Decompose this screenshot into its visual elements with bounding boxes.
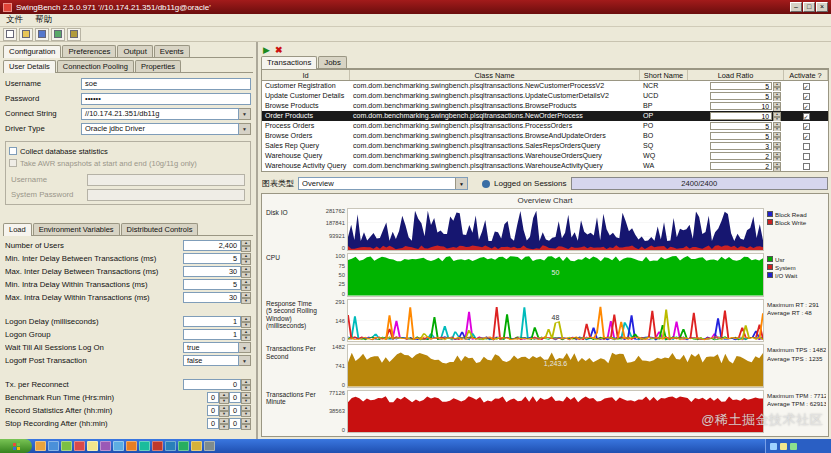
- subtab-user-details[interactable]: User Details: [3, 60, 56, 73]
- checkbox-icon[interactable]: [803, 163, 810, 170]
- spinner-buttons[interactable]: ▲▼: [219, 418, 229, 429]
- load-ratio-value[interactable]: 2: [710, 162, 772, 170]
- start-benchmark-icon[interactable]: ▶: [263, 45, 270, 55]
- field-system-password[interactable]: [87, 189, 245, 201]
- load-ratio-spinner[interactable]: 2▲▼: [688, 151, 784, 161]
- loadtab-environment-variables[interactable]: Environment Variables: [33, 223, 120, 235]
- tray-icon[interactable]: [790, 443, 797, 450]
- spinner-buttons[interactable]: ▲▼: [241, 405, 251, 416]
- title-bar[interactable]: SwingBench 2.5.0.971 '//10.174.21.351/db…: [0, 0, 831, 14]
- field-record-statistics-after-hh-min[interactable]: 0: [229, 405, 241, 416]
- checkbox-icon[interactable]: [9, 147, 17, 155]
- spinner-buttons[interactable]: ▲▼: [773, 152, 781, 160]
- tab-transactions[interactable]: Transactions: [261, 56, 317, 69]
- load-ratio-spinner[interactable]: 5▲▼: [688, 131, 784, 141]
- spinner-down-icon[interactable]: ▼: [241, 322, 251, 328]
- taskbar-icon[interactable]: [48, 441, 59, 451]
- taskbar-icon[interactable]: [165, 441, 176, 451]
- subtab-properties[interactable]: Properties: [135, 60, 181, 72]
- table-row[interactable]: Sales Rep Querycom.dom.benchmarking.swin…: [262, 141, 828, 151]
- field-username[interactable]: [87, 174, 245, 186]
- field-max-intra-delay-within-transactions-ms[interactable]: 30: [183, 292, 241, 303]
- spinner-buttons[interactable]: ▲▼: [773, 142, 781, 150]
- chevron-down-icon[interactable]: ▼: [239, 342, 251, 353]
- taskbar-icon[interactable]: [126, 441, 137, 451]
- field-tx-per-reconnect[interactable]: 0: [183, 379, 241, 390]
- taskbar-icon[interactable]: [191, 441, 202, 451]
- tab-output[interactable]: Output: [117, 45, 152, 57]
- spinner-buttons[interactable]: ▲▼: [773, 162, 781, 170]
- spinner-down-icon[interactable]: ▼: [219, 424, 229, 430]
- spinner-down-icon[interactable]: ▼: [241, 298, 251, 304]
- spinner-buttons[interactable]: ▲▼: [773, 82, 781, 90]
- field-record-statistics-after-hh-min[interactable]: 0: [207, 405, 219, 416]
- subtab-connection-pooling[interactable]: Connection Pooling: [57, 60, 134, 72]
- field-wait-till-all-sessions-log-on[interactable]: true: [183, 342, 239, 353]
- spinner-down-icon[interactable]: ▼: [241, 411, 251, 417]
- table-row[interactable]: Browse Orderscom.dom.benchmarking.swingb…: [262, 131, 828, 141]
- stop-benchmark-icon[interactable]: ✖: [275, 45, 283, 55]
- spinner-buttons[interactable]: ▲▼: [241, 392, 251, 403]
- activate-checkbox[interactable]: [784, 161, 828, 171]
- tab-configuration[interactable]: Configuration: [3, 45, 61, 58]
- field-username[interactable]: soe: [81, 78, 251, 90]
- checkbox-icon[interactable]: [803, 143, 810, 150]
- spinner-buttons[interactable]: ▲▼: [241, 240, 251, 251]
- spinner-down-icon[interactable]: ▼: [241, 335, 251, 341]
- table-row[interactable]: Process Orderscom.dom.benchmarking.swing…: [262, 121, 828, 131]
- chevron-down-icon[interactable]: ▼: [455, 178, 467, 189]
- checkbox-icon[interactable]: ✓: [803, 123, 810, 130]
- checkbox-icon[interactable]: ✓: [803, 83, 810, 90]
- field-logoff-post-transaction[interactable]: false: [183, 355, 239, 366]
- table-row[interactable]: Browse Productscom.dom.benchmarking.swin…: [262, 101, 828, 111]
- field-max-inter-delay-between-transactions-ms[interactable]: 30: [183, 266, 241, 277]
- activate-checkbox[interactable]: [784, 151, 828, 161]
- toolbar-button-new-file-icon[interactable]: [3, 28, 17, 41]
- tab-jobs[interactable]: Jobs: [318, 56, 346, 68]
- spinner-buttons[interactable]: ▲▼: [241, 329, 251, 340]
- spinner-buttons[interactable]: ▲▼: [773, 122, 781, 130]
- spinner-buttons[interactable]: ▲▼: [241, 253, 251, 264]
- field-stop-recording-after-hh-min[interactable]: 0: [229, 418, 241, 429]
- activate-checkbox[interactable]: ✓: [784, 81, 828, 91]
- field-min-inter-delay-between-transactions-ms[interactable]: 5: [183, 253, 241, 264]
- checkbox-icon[interactable]: ✓: [803, 133, 810, 140]
- column-header-activate[interactable]: Activate ?: [784, 70, 828, 80]
- table-row[interactable]: Warehouse Activity Querycom.dom.benchmar…: [262, 161, 828, 171]
- toolbar-button-chart-icon[interactable]: [51, 28, 65, 41]
- checkbox-icon[interactable]: ✓: [803, 113, 810, 120]
- taskbar-icon[interactable]: [152, 441, 163, 451]
- toolbar-button-save-file-icon[interactable]: [35, 28, 49, 41]
- field-logon-delay-milliseconds[interactable]: 1: [183, 316, 241, 327]
- taskbar-icon[interactable]: [204, 441, 215, 451]
- spinner-buttons[interactable]: ▲▼: [773, 92, 781, 100]
- spinner-buttons[interactable]: ▲▼: [241, 316, 251, 327]
- loadtab-load[interactable]: Load: [3, 223, 32, 236]
- column-header-short-name[interactable]: Short Name: [640, 70, 688, 80]
- load-ratio-spinner[interactable]: 5▲▼: [688, 81, 784, 91]
- chart-type-select[interactable]: Overview ▼: [298, 177, 468, 190]
- spinner-buttons[interactable]: ▲▼: [241, 418, 251, 429]
- spinner-down-icon[interactable]: ▼: [241, 385, 251, 391]
- activate-checkbox[interactable]: ✓: [784, 121, 828, 131]
- toolbar-button-lock-icon[interactable]: [67, 28, 81, 41]
- load-ratio-spinner[interactable]: 10▲▼: [688, 101, 784, 111]
- spinner-buttons[interactable]: ▲▼: [219, 405, 229, 416]
- activate-checkbox[interactable]: ✓: [784, 131, 828, 141]
- tab-events[interactable]: Events: [154, 45, 190, 57]
- field-benchmark-run-time-hrs-min[interactable]: 0: [229, 392, 241, 403]
- load-ratio-spinner[interactable]: 2▲▼: [688, 161, 784, 171]
- field-logon-group[interactable]: 1: [183, 329, 241, 340]
- menu-file[interactable]: 文件: [6, 14, 23, 26]
- spinner-buttons[interactable]: ▲▼: [219, 392, 229, 403]
- tray-icon[interactable]: [770, 443, 777, 450]
- load-ratio-value[interactable]: 5: [710, 122, 772, 130]
- field-password[interactable]: ••••••: [81, 93, 251, 105]
- spinner-buttons[interactable]: ▲▼: [773, 102, 781, 110]
- start-button[interactable]: [0, 439, 32, 453]
- field-number-of-users[interactable]: 2,400: [183, 240, 241, 251]
- load-ratio-spinner[interactable]: 10▲▼: [688, 111, 784, 121]
- spinner-buttons[interactable]: ▲▼: [241, 266, 251, 277]
- load-ratio-value[interactable]: 2: [710, 152, 772, 160]
- activate-checkbox[interactable]: ✓: [784, 111, 828, 121]
